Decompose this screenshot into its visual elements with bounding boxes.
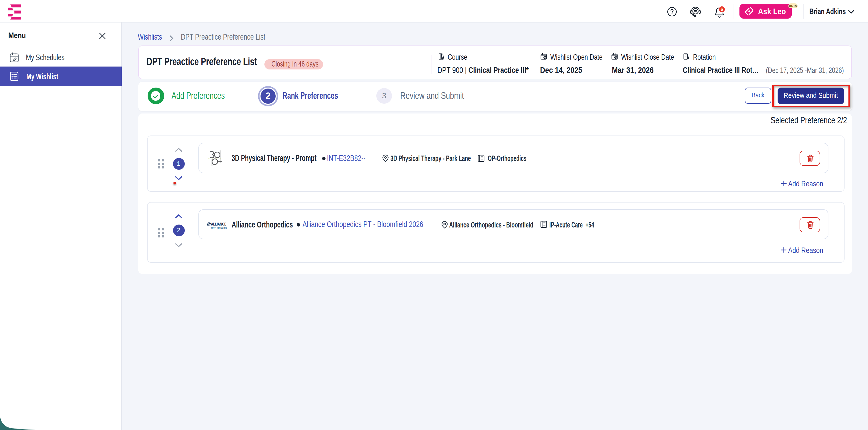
svg-text:ORTHOPEDICS: ORTHOPEDICS bbox=[211, 227, 227, 229]
svg-text:ALLIANCE: ALLIANCE bbox=[211, 222, 226, 226]
